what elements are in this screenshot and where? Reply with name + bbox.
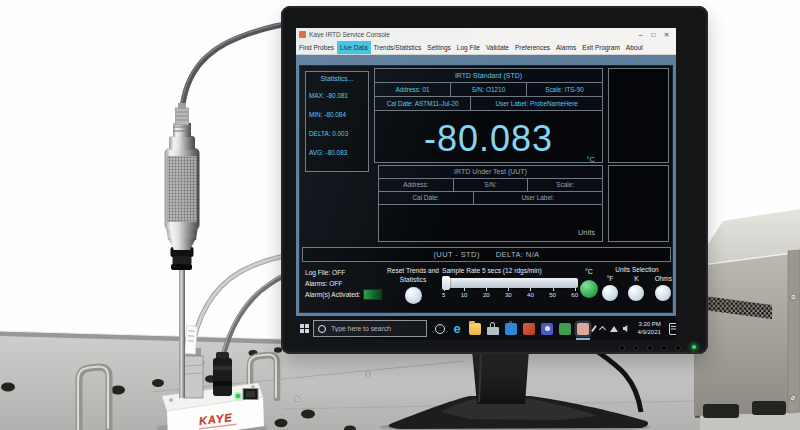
slider-tick-label: 5 — [442, 292, 445, 298]
uut-panel: IRTD Under Test (UUT) Address: S/N: Scal… — [378, 165, 603, 242]
menu-item[interactable]: About — [623, 41, 646, 54]
slider-tick-label: 40 — [527, 292, 534, 298]
uut-serial-number: S/N: — [454, 179, 529, 191]
sample-rate-label: Sample Rate 5 secs (12 rdgs/min) — [442, 267, 578, 274]
celsius-block: °C — [578, 268, 600, 302]
edge-icon[interactable] — [451, 323, 463, 335]
reset-trends-button[interactable] — [405, 287, 422, 304]
controls-row: Log File: OFF Alarms: OFF Alarm(s) Activ… — [300, 264, 672, 312]
client-area: Statistics... MAX: -80.081MIN: -80.084DE… — [296, 55, 676, 316]
std-aux-panel — [608, 68, 669, 163]
celsius-label: °C — [578, 268, 600, 275]
statistic-value: MAX: -80.081 — [309, 86, 368, 105]
uut-scale: Scale: — [528, 179, 602, 191]
unit-option-label: Ohms — [655, 274, 672, 283]
std-serial-number: S/N: O1210 — [451, 83, 527, 96]
statistic-value: DELTA: 0.003 — [309, 124, 368, 143]
pen-icon[interactable] — [591, 325, 596, 332]
std-title: IRTD Standard (STD) — [375, 69, 602, 82]
units-selection-label: Units Selection — [602, 266, 672, 273]
minimize-icon[interactable]: – — [634, 28, 647, 41]
slider-tick-label: 50 — [549, 292, 556, 298]
delta-group-label: (UUT - STD) — [433, 250, 479, 259]
menu-item[interactable]: Alarms — [553, 41, 579, 54]
std-cal-date: Cal Date: ASTM11-Jul-20 — [375, 97, 471, 110]
scene: KAYE — [0, 0, 800, 430]
std-scale: Scale: ITS-90 — [527, 83, 602, 96]
probe-knurl — [167, 156, 197, 222]
menu-bar: Find ProbesLive DataTrends/StatisticsSet… — [296, 41, 676, 55]
menu-item[interactable]: Preferences — [512, 41, 553, 54]
unit-option-button[interactable] — [602, 285, 618, 301]
notification-icon[interactable] — [669, 323, 676, 335]
chevron-up-icon[interactable] — [598, 326, 605, 333]
search-icon — [318, 325, 326, 333]
screen: Kaye IRTD Service Console – □ ✕ Find Pro… — [296, 28, 676, 340]
statistic-value: AVG: -80.083 — [309, 143, 368, 162]
taskbar-icons — [435, 323, 589, 335]
statistics-title: Statistics... — [306, 72, 368, 82]
alarm-activated-label: Alarm(s) Activated: — [305, 289, 360, 300]
taskbar: 3:20 PM 4/9/2021 — [296, 316, 676, 340]
menu-item[interactable]: Exit Program — [579, 41, 623, 54]
celsius-button[interactable] — [580, 280, 598, 298]
unit-option-button[interactable] — [628, 285, 644, 301]
std-panel: IRTD Standard (STD) Address: 01 S/N: O12… — [374, 68, 603, 163]
teams-icon[interactable] — [541, 323, 553, 335]
menu-item[interactable]: Validate — [483, 41, 512, 54]
unit-option-label: K — [628, 274, 644, 283]
uut-aux-panel — [608, 165, 669, 242]
unit-option-button[interactable] — [655, 285, 671, 301]
slider-tick-label: 30 — [505, 292, 512, 298]
volume-icon[interactable] — [623, 325, 631, 332]
menu-item[interactable]: Find Probes — [296, 41, 337, 54]
start-button[interactable] — [300, 321, 309, 336]
file-explorer-icon[interactable] — [469, 323, 481, 335]
slider-tick-label: 10 — [461, 292, 468, 298]
console: Statistics... MAX: -80.081MIN: -80.084DE… — [299, 65, 673, 313]
menu-item[interactable]: Log File — [454, 41, 483, 54]
ethernet-port — [243, 389, 258, 400]
lock-icon[interactable] — [487, 327, 499, 335]
menu-item[interactable]: Trends/Statistics — [371, 41, 425, 54]
menu-item[interactable]: Live Data — [337, 41, 370, 54]
std-address: Address: 01 — [375, 83, 451, 96]
reset-block: Reset Trends and Statistics — [384, 267, 442, 308]
taskbar-clock[interactable]: 3:20 PM 4/9/2021 — [638, 321, 661, 336]
snipping-icon[interactable] — [559, 323, 571, 335]
equipment-box — [694, 209, 800, 418]
kaye-console-icon[interactable] — [577, 323, 589, 335]
clock-date: 4/9/2021 — [638, 329, 661, 337]
clock-time: 3:20 PM — [638, 321, 661, 329]
store-icon[interactable] — [505, 323, 517, 335]
sample-rate-block: Sample Rate 5 secs (12 rdgs/min) 5102030… — [442, 267, 578, 298]
title-bar: Kaye IRTD Service Console – □ ✕ — [296, 28, 676, 41]
app-icon — [299, 31, 306, 38]
cable-label-tag — [185, 326, 198, 355]
uut-user-label: User Label: — [474, 192, 602, 204]
uut-units-label: Units — [578, 228, 595, 237]
monitor-osd-buttons[interactable] — [620, 346, 680, 350]
uut-address: Address: — [379, 179, 454, 191]
statistic-value: MIN: -80.084 — [309, 105, 368, 124]
windows-logo-icon — [300, 324, 309, 333]
network-icon[interactable] — [610, 326, 618, 332]
monitor: Kaye IRTD Service Console – □ ✕ Find Pro… — [281, 6, 708, 354]
photos-icon[interactable] — [523, 323, 535, 335]
system-tray: 3:20 PM 4/9/2021 — [593, 321, 676, 336]
sample-rate-slider[interactable] — [442, 278, 578, 288]
slider-tick-label: 20 — [483, 292, 490, 298]
search-input[interactable] — [329, 324, 422, 333]
maximize-icon[interactable]: □ — [647, 28, 660, 41]
status-block: Log File: OFF Alarms: OFF Alarm(s) Activ… — [305, 267, 382, 300]
taskbar-search[interactable] — [313, 320, 427, 337]
alarms-status: Alarms: OFF — [305, 278, 382, 289]
temperature-unit: °C — [587, 155, 595, 164]
din-connector — [213, 352, 232, 396]
alarm-indicator — [363, 289, 382, 300]
cortana-icon[interactable] — [435, 324, 445, 334]
menu-item[interactable]: Settings — [424, 41, 454, 54]
log-file-status: Log File: OFF — [305, 267, 382, 278]
close-icon[interactable]: ✕ — [660, 28, 673, 41]
units-selection-block: Units Selection °F K Ohms — [602, 266, 672, 305]
